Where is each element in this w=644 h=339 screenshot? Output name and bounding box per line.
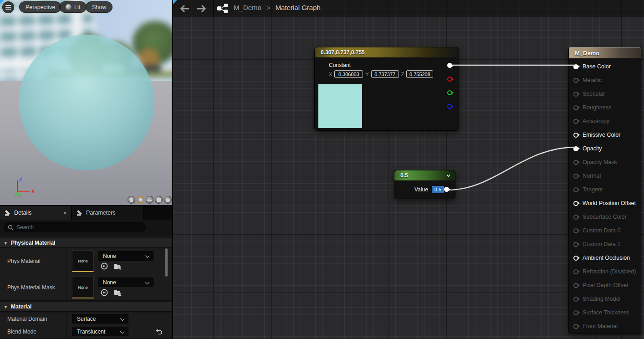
- phys-material-mask-dropdown[interactable]: None: [98, 277, 153, 287]
- blend-mode-dropdown[interactable]: Translucent: [72, 327, 128, 336]
- input-pin-icon[interactable]: [573, 187, 578, 192]
- rgb-output-pin[interactable]: [447, 63, 452, 68]
- input-pin-icon[interactable]: [573, 297, 578, 302]
- x-value-field[interactable]: [334, 70, 363, 78]
- show-button[interactable]: Show: [86, 1, 112, 13]
- collapse-chevron-icon[interactable]: [450, 51, 454, 55]
- phys-material-dropdown[interactable]: None: [98, 251, 153, 261]
- input-pin-icon[interactable]: [573, 242, 578, 247]
- lit-sphere-icon: [66, 4, 72, 10]
- input-pin-icon[interactable]: [573, 256, 578, 261]
- node-header[interactable]: 0.5: [394, 170, 455, 180]
- perspective-label: Perspective: [26, 4, 55, 10]
- material-graph-canvas[interactable]: 0.307,0.737,0.755 Constant X Y Z: [172, 0, 644, 339]
- mesh-button-teapot[interactable]: [164, 196, 172, 204]
- tab-parameters[interactable]: Parameters: [72, 206, 144, 220]
- input-pin-icon[interactable]: [573, 78, 578, 83]
- material-domain-dropdown[interactable]: Surface: [72, 314, 128, 324]
- y-value-field[interactable]: [371, 70, 399, 78]
- input-pin-icon[interactable]: [573, 146, 578, 151]
- input-pin-icon[interactable]: [573, 92, 578, 97]
- browse-to-asset-icon[interactable]: [114, 289, 122, 296]
- sphere-icon: [139, 198, 143, 203]
- use-selected-asset-icon[interactable]: [101, 289, 108, 296]
- pin-row-metallic[interactable]: Metallic: [569, 73, 641, 87]
- node-header[interactable]: 0.307,0.737,0.755: [315, 47, 459, 57]
- z-field-label: Z: [401, 72, 404, 77]
- navigate-forward-button[interactable]: [197, 4, 207, 13]
- scalar-output-pin[interactable]: [444, 187, 449, 192]
- reset-to-default-icon[interactable]: [156, 328, 163, 334]
- input-pin-icon[interactable]: [573, 201, 578, 206]
- mesh-button-sphere[interactable]: [137, 196, 144, 204]
- pin-row-shading-model[interactable]: Shading Model: [569, 292, 641, 306]
- pin-row-front-material[interactable]: Front Material: [569, 319, 641, 333]
- color-preview-swatch: [318, 84, 362, 128]
- pin-row-custom-data-1[interactable]: Custom Data 1: [569, 237, 641, 251]
- details-scrollbar[interactable]: [165, 248, 168, 277]
- input-pin-icon[interactable]: [573, 174, 578, 179]
- browse-to-asset-icon[interactable]: [114, 262, 122, 270]
- pin-row-custom-data-0[interactable]: Custom Data 0: [569, 224, 641, 237]
- mesh-button-cube[interactable]: [155, 196, 163, 204]
- pin-row-emissive-color[interactable]: Emissive Color: [569, 128, 641, 142]
- pin-row-tangent[interactable]: Tangent: [569, 183, 641, 196]
- pin-row-pixel-depth-offset[interactable]: Pixel Depth Offset: [569, 278, 641, 292]
- dropdown-value: None: [103, 279, 116, 286]
- tab-details-label: Details: [14, 210, 31, 216]
- focus-corner-indicator: [173, 0, 177, 4]
- pin-row-world-position-offset[interactable]: World Position Offset: [569, 196, 641, 210]
- node-header[interactable]: M_Demo: [569, 47, 641, 58]
- tab-details[interactable]: Details ×: [0, 206, 72, 220]
- pin-row-specular[interactable]: Specular: [569, 87, 641, 101]
- mesh-button-cylinder[interactable]: [128, 196, 135, 204]
- z-value-field[interactable]: [406, 70, 433, 78]
- r-output-pin[interactable]: [447, 77, 452, 82]
- pin-row-normal[interactable]: Normal: [569, 169, 641, 183]
- preview-viewport[interactable]: Perspective Lit Show Z X Y: [0, 0, 172, 205]
- asset-thumbnail[interactable]: None: [72, 277, 94, 298]
- input-pin-icon[interactable]: [573, 324, 578, 329]
- input-pin-icon[interactable]: [573, 119, 578, 124]
- pin-row-opacity[interactable]: Opacity: [569, 142, 641, 155]
- breadcrumb-page[interactable]: Material Graph: [276, 4, 321, 11]
- g-output-pin[interactable]: [447, 90, 452, 95]
- input-pin-icon[interactable]: [573, 283, 578, 288]
- section-material[interactable]: ▾ Material: [0, 302, 172, 312]
- pin-row-opacity-mask[interactable]: Opacity Mask: [569, 155, 641, 169]
- b-output-pin[interactable]: [447, 104, 452, 109]
- asset-thumbnail[interactable]: None: [72, 250, 94, 272]
- pin-row-roughness[interactable]: Roughness: [569, 101, 641, 114]
- pin-row-refraction[interactable]: Refraction (Disabled): [569, 265, 641, 278]
- pin-row-surface-thickness[interactable]: Surface Thickness: [569, 306, 641, 319]
- input-pin-icon[interactable]: [573, 228, 578, 233]
- input-pin-icon[interactable]: [573, 133, 578, 138]
- node-constant3vector[interactable]: 0.307,0.737,0.755 Constant X Y Z: [314, 47, 459, 131]
- search-input[interactable]: [16, 224, 130, 231]
- row-material-domain: Material Domain Surface: [0, 313, 172, 325]
- perspective-button[interactable]: Perspective: [19, 1, 61, 13]
- search-box[interactable]: [4, 222, 146, 232]
- pin-row-base-color[interactable]: Base Color: [569, 60, 641, 73]
- pin-row-ambient-occlusion[interactable]: Ambient Occlusion: [569, 251, 641, 265]
- input-pin-icon[interactable]: [573, 310, 578, 315]
- input-pin-icon[interactable]: [573, 105, 578, 110]
- tab-close-icon[interactable]: ×: [63, 210, 66, 216]
- pin-row-anisotropy[interactable]: Anisotropy: [569, 114, 641, 128]
- breadcrumb-asset[interactable]: M_Demo: [234, 4, 261, 11]
- node-constant-scalar[interactable]: 0.5 Value: [394, 170, 455, 199]
- use-selected-asset-icon[interactable]: [101, 262, 108, 270]
- input-pin-icon[interactable]: [573, 64, 578, 69]
- mesh-button-plane[interactable]: [146, 196, 153, 204]
- scalar-value-field[interactable]: [432, 186, 444, 193]
- pin-row-subsurface-color[interactable]: Subsurface Color: [569, 210, 641, 224]
- expand-chevron-icon[interactable]: [446, 174, 450, 178]
- input-pin-icon[interactable]: [573, 215, 578, 220]
- input-pin-icon[interactable]: [573, 160, 578, 165]
- section-physical-material[interactable]: ▾ Physical Material: [0, 238, 172, 248]
- node-material-result[interactable]: M_Demo Base Color Metallic Specular Roug…: [568, 47, 641, 334]
- input-pin-icon[interactable]: [573, 269, 578, 274]
- navigate-back-button[interactable]: [179, 4, 189, 13]
- y-axis-label: Y: [18, 193, 21, 199]
- lit-mode-button[interactable]: Lit: [59, 1, 87, 13]
